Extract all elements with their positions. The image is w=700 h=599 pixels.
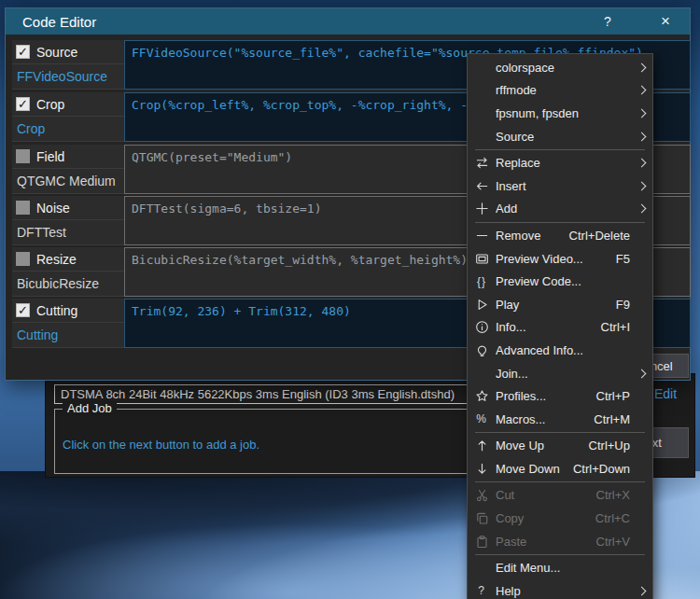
menu-item-preview-code[interactable]: {}Preview Code...	[468, 270, 652, 293]
menu-item-move-up[interactable]: Move UpCtrl+Up	[468, 435, 652, 458]
menu-item-shortcut: Ctrl+Delete	[569, 229, 630, 243]
menu-item-add[interactable]: Add	[468, 198, 652, 221]
submenu-chevron-icon	[634, 205, 652, 212]
menu-separator	[475, 481, 645, 482]
menu-item-shortcut: Ctrl+X	[596, 488, 630, 502]
help-icon: ?	[468, 584, 496, 597]
menu-item-insert[interactable]: Insert	[468, 174, 652, 198]
arrow-down-icon	[468, 462, 496, 476]
noise-checkbox[interactable]: ✓	[16, 201, 30, 215]
menu-item-label: Copy	[496, 511, 595, 525]
filter-profile-name[interactable]: QTGMC Medium	[12, 169, 124, 193]
filter-noise-row[interactable]: ✓ Noise	[12, 196, 124, 220]
filter-cutting-row[interactable]: ✓ Cutting	[12, 299, 124, 323]
audio-track-text: DTSMA 8ch 24Bit 48kHz 5622Kbps 3ms Engli…	[61, 387, 455, 401]
menu-separator	[475, 222, 645, 223]
menu-item-label: Source	[496, 130, 630, 144]
menu-item-shortcut: F5	[616, 252, 630, 266]
add-job-hint: Click on the next button to add a job.	[63, 438, 259, 452]
source-checkbox[interactable]: ✓	[16, 45, 30, 59]
menu-item-shortcut: F9	[616, 298, 630, 312]
arrow-left-icon	[468, 179, 496, 193]
filter-block-resize: ✓ Resize BicubicResize	[12, 247, 124, 297]
arrow-up-icon	[468, 439, 496, 453]
filter-profile-name[interactable]: Cutting	[12, 323, 124, 347]
swap-icon	[468, 156, 496, 170]
menu-item-advanced-info[interactable]: Advanced Info...	[468, 339, 652, 362]
submenu-chevron-icon	[634, 588, 652, 594]
menu-item-label: Info...	[496, 320, 601, 334]
menu-item-move-down[interactable]: Move DownCtrl+Down	[468, 457, 652, 481]
submenu-chevron-icon	[634, 110, 652, 117]
menu-item-label: fpsnum, fpsden	[496, 106, 630, 120]
menu-item-copy: CopyCtrl+C	[468, 507, 652, 530]
audio-edit-link[interactable]: Edit	[654, 386, 677, 401]
filter-profile-name[interactable]: Crop	[12, 117, 124, 141]
menu-item-label: Preview Code...	[496, 274, 630, 288]
menu-item-label: Move Up	[496, 439, 589, 453]
menu-item-shortcut: Ctrl+C	[595, 511, 630, 525]
menu-item-colorspace[interactable]: colorspace	[468, 56, 652, 79]
filter-crop-row[interactable]: ✓ Crop	[12, 92, 124, 117]
submenu-chevron-icon	[634, 370, 652, 377]
field-checkbox[interactable]: ✓	[16, 149, 30, 163]
menu-item-join[interactable]: Join...	[468, 362, 652, 385]
copy-icon	[468, 511, 496, 525]
menu-item-label: Cut	[496, 488, 596, 502]
menu-item-label: Edit Menu...	[496, 561, 630, 575]
menu-item-label: Move Down	[496, 462, 573, 476]
menu-item-replace[interactable]: Replace	[468, 151, 652, 174]
submenu-chevron-icon	[634, 64, 652, 71]
filter-block-cutting: ✓ Cutting Cutting	[12, 299, 124, 348]
filter-profile-name[interactable]: DFTTest	[12, 220, 124, 244]
submenu-chevron-icon	[634, 133, 652, 140]
filter-category-label: Cutting	[36, 303, 77, 318]
menu-item-shortcut: Ctrl+Up	[589, 439, 630, 453]
menu-item-rffmode[interactable]: rffmode	[468, 79, 652, 103]
menu-item-label: Insert	[496, 179, 630, 193]
menu-item-label: colorspace	[496, 61, 630, 75]
braces-icon: {}	[468, 275, 496, 288]
menu-item-paste: PasteCtrl+V	[468, 530, 652, 553]
menu-item-help[interactable]: ?Help	[468, 579, 652, 599]
code-text: DFTTest(sigma=6, tbsize=1)	[132, 202, 322, 216]
menu-item-info[interactable]: Info...Ctrl+I	[468, 316, 652, 340]
menu-item-label: Macros...	[496, 412, 594, 426]
menu-item-fpsnum-fpsden[interactable]: fpsnum, fpsden	[468, 102, 652, 125]
filter-block-source: ✓ Source FFVideoSource	[12, 40, 124, 90]
menu-item-profiles[interactable]: Profiles...Ctrl+P	[468, 384, 652, 408]
dialog-title: Code Editor	[22, 14, 96, 30]
filter-profile-name[interactable]: FFVideoSource	[12, 64, 124, 89]
submenu-chevron-icon	[634, 160, 652, 166]
filter-category-label: Resize	[36, 252, 77, 267]
menu-item-label: Advanced Info...	[496, 343, 630, 357]
menu-separator	[475, 149, 645, 150]
filter-resize-row[interactable]: ✓ Resize	[12, 247, 124, 272]
add-job-title: Add Job	[63, 401, 117, 415]
menu-item-label: rffmode	[496, 83, 630, 97]
filter-block-noise: ✓ Noise DFTTest	[12, 196, 124, 245]
checkmark-icon: ✓	[18, 304, 28, 316]
filter-source-row[interactable]: ✓ Source	[12, 40, 124, 64]
menu-item-label: Replace	[496, 156, 630, 170]
resize-checkbox[interactable]: ✓	[16, 252, 30, 266]
help-button[interactable]: ?	[589, 8, 626, 35]
menu-item-edit-menu[interactable]: Edit Menu...	[468, 556, 652, 579]
dialog-titlebar[interactable]: Code Editor ? ×	[6, 8, 690, 35]
cutting-checkbox[interactable]: ✓	[16, 303, 30, 317]
menu-item-play[interactable]: PlayF9	[468, 293, 652, 316]
menu-item-shortcut: Ctrl+P	[596, 389, 630, 403]
menu-item-label: Play	[496, 298, 616, 312]
filter-profile-name[interactable]: BicubicResize	[12, 272, 124, 296]
menu-item-source[interactable]: Source	[468, 125, 652, 148]
filter-field-row[interactable]: ✓ Field	[12, 145, 124, 169]
menu-item-preview-video[interactable]: Preview Video...F5	[468, 247, 652, 271]
submenu-chevron-icon	[634, 183, 652, 189]
crop-checkbox[interactable]: ✓	[16, 97, 30, 111]
close-icon[interactable]: ×	[647, 8, 684, 35]
filter-category-label: Crop	[36, 97, 64, 112]
menu-item-macros[interactable]: %Macros...Ctrl+M	[468, 408, 652, 431]
code-text: QTGMC(preset="Medium")	[132, 150, 292, 164]
menu-item-remove[interactable]: RemoveCtrl+Delete	[468, 224, 652, 247]
menu-item-label: Remove	[496, 229, 569, 243]
